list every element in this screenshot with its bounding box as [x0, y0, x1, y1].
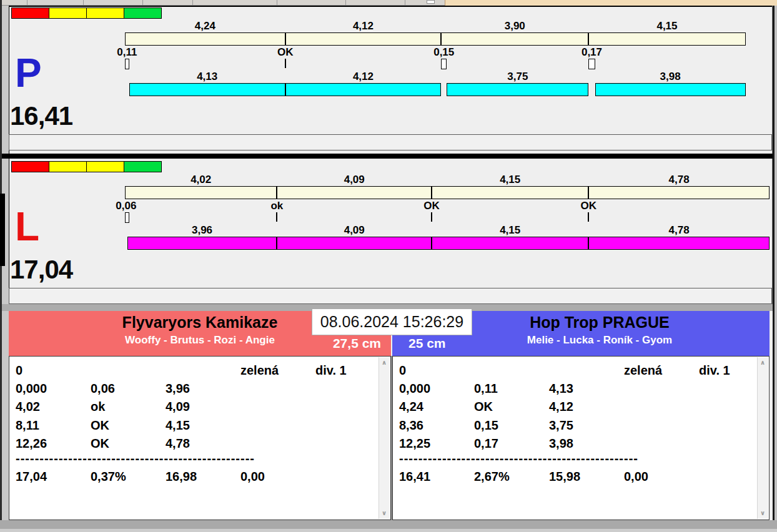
- toolbar-divider: [83, 0, 84, 5]
- table-row: ----------------------------------------…: [393, 451, 756, 466]
- table-row: 0zelenádiv. 1: [393, 363, 756, 378]
- table-cell: 8,11: [16, 418, 39, 432]
- table-cell: 4,78: [166, 436, 190, 450]
- table-cell: 16,41: [399, 470, 430, 483]
- clean-bar-segment: [285, 83, 441, 96]
- lane-total-time: 16,41: [10, 103, 72, 129]
- scrollbar-up-icon[interactable]: ∧: [758, 358, 768, 367]
- clean-time-label: 4,78: [641, 225, 716, 235]
- lane-L: L17,044,020,063,964,09ok4,094,15OK4,154,…: [0, 159, 777, 307]
- scrollbar-down-icon[interactable]: ∨: [379, 509, 389, 518]
- toolbar-divider: [345, 0, 346, 5]
- table-cell: 3,96: [166, 382, 190, 395]
- table-cell: 4,24: [399, 400, 423, 413]
- lane-letter: L: [15, 207, 39, 247]
- table-row: 12,250,173,98: [393, 436, 756, 451]
- lane-total-time: 17,04: [10, 257, 72, 283]
- table-row: 16,412,67%15,980,00: [393, 470, 756, 485]
- clean-time-label: 4,15: [473, 225, 548, 235]
- legend-swatch: [11, 161, 49, 172]
- empty-status-strip: [9, 134, 772, 150]
- table-cell: 0: [16, 363, 22, 377]
- table-row: 4,24OK4,12: [393, 400, 756, 415]
- clean-bar-segment: [432, 237, 588, 250]
- table-cell: 0,000: [16, 382, 47, 395]
- table-cell: OK: [474, 400, 493, 413]
- lane-P: P16,414,240,114,134,12OK4,123,900,153,75…: [0, 6, 777, 154]
- jump-height-badge: 25 cm: [408, 336, 446, 351]
- clean-bar-segment: [447, 83, 588, 96]
- table-cell: 0: [399, 363, 406, 377]
- clean-time-label: 4,13: [170, 71, 245, 82]
- legend-swatch: [11, 7, 49, 19]
- scrollbar-up-icon[interactable]: ∧: [379, 358, 389, 367]
- crossing-label: 0,15: [407, 47, 482, 57]
- table-cell: 16,98: [166, 470, 197, 483]
- table-cell: 2,67%: [474, 470, 510, 483]
- clean-time-label: 3,75: [480, 71, 555, 82]
- table-scrollbar[interactable]: ∧∨: [757, 357, 768, 519]
- legend-swatch: [49, 161, 87, 172]
- crossing-marker-line: [431, 212, 432, 222]
- crossing-marker-line: [588, 212, 589, 222]
- scrollbar-down-icon[interactable]: ∨: [758, 509, 768, 518]
- table-cell: zelená: [240, 363, 279, 377]
- table-cell: 12,25: [399, 436, 430, 450]
- table-cell: 0,000: [399, 382, 430, 395]
- flyball-timing-window: P16,414,240,114,134,12OK4,123,900,153,75…: [0, 0, 777, 532]
- split-bar-segment: [588, 32, 745, 46]
- table-cell: ok: [91, 400, 105, 413]
- table-cell: div. 1: [315, 363, 347, 377]
- table-row: 0,0000,063,96: [9, 382, 378, 397]
- table-cell: OK: [91, 418, 109, 432]
- table-row: 8,360,153,75: [393, 418, 756, 433]
- clean-time-label: 3,98: [633, 71, 708, 82]
- team-name: Hop Trop PRAGUE: [430, 313, 770, 332]
- toolbar-divider: [405, 0, 405, 5]
- toolbar-divider: [277, 0, 277, 5]
- split-bar-segment: [125, 186, 277, 199]
- table-row: 4,02ok4,09: [9, 400, 378, 415]
- toolbar-dropdown-notch: [427, 0, 435, 4]
- split-time-label: 4,15: [473, 174, 548, 185]
- toolbar-strip: [2, 0, 445, 6]
- table-cell: 12,26: [16, 436, 47, 450]
- table-cell: 0,17: [474, 436, 498, 450]
- jump-height-badge: 27,5 cm: [333, 336, 381, 351]
- legend-swatch: [86, 7, 124, 19]
- legend-swatch: [124, 161, 162, 172]
- table-scrollbar[interactable]: ∧∨: [379, 357, 390, 519]
- clean-bar-segment: [595, 83, 746, 96]
- table-cell: OK: [91, 436, 109, 450]
- table-cell: div. 1: [699, 363, 730, 377]
- table-cell: 4,12: [549, 400, 573, 413]
- table-cell: 3,75: [549, 418, 573, 432]
- split-time-label: 4,78: [641, 174, 716, 185]
- lane-letter: P: [15, 53, 42, 93]
- table-row: 17,040,37%16,980,00: [9, 470, 378, 485]
- table-cell: 0,37%: [91, 470, 126, 483]
- window-bottom-band: [0, 520, 777, 529]
- dash-divider: ----------------------------------------…: [399, 451, 638, 465]
- clean-bar-segment: [127, 237, 277, 250]
- split-time-label: 4,09: [317, 174, 392, 185]
- team-members: Melie - Lucka - Roník - Gyom: [430, 334, 770, 347]
- crossing-label: ok: [239, 200, 314, 211]
- table-row: ----------------------------------------…: [9, 451, 378, 466]
- table-cell: 0,00: [240, 470, 265, 483]
- crossing-marker-line: [285, 59, 286, 68]
- crossing-label: 0,06: [89, 200, 164, 211]
- toolbar-divider: [27, 0, 27, 5]
- empty-status-strip: [9, 288, 772, 304]
- clean-time-label: 3,96: [165, 225, 240, 235]
- results-table-right: 0zelenádiv. 10,0000,114,134,24OK4,128,36…: [392, 356, 770, 520]
- table-cell: 4,13: [549, 382, 573, 395]
- legend-swatch: [124, 7, 162, 19]
- crossing-label: OK: [248, 47, 323, 57]
- split-time-label: 4,24: [167, 21, 242, 31]
- table-row: 8,11OK4,15: [9, 418, 378, 433]
- split-bar-segment: [125, 32, 285, 46]
- table-cell: 0,00: [624, 470, 648, 483]
- clean-time-label: 4,12: [325, 71, 400, 82]
- toolbar-peach-area: [445, 0, 777, 6]
